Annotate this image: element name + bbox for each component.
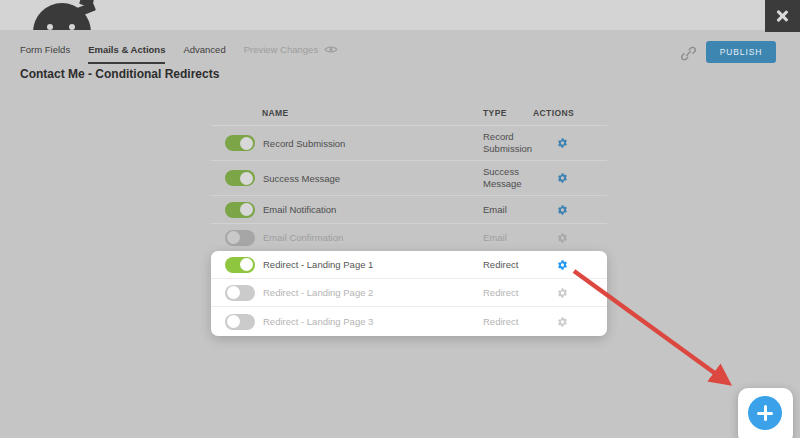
gear-icon: [557, 316, 568, 327]
gear-icon: [557, 138, 568, 149]
table-row-email-notification[interactable]: Email Notification Email: [211, 196, 607, 224]
toggle-knob: [227, 231, 240, 244]
gear-icon: [557, 204, 568, 215]
toggle-knob: [240, 258, 253, 271]
highlighted-panel: Redirect - Landing Page 1 Redirect Redir…: [211, 251, 607, 336]
toggle-success-message[interactable]: [225, 170, 255, 186]
toggle-redirect-landing-page-3[interactable]: [225, 314, 255, 330]
row-type: Record Submission: [483, 131, 541, 155]
tab-form-fields[interactable]: Form Fields: [20, 44, 70, 62]
settings-gear-button[interactable]: [551, 173, 573, 184]
table-row-record-submission[interactable]: Record Submission Record Submission: [211, 126, 607, 161]
logo-eye: [69, 24, 75, 30]
toggle-redirect-landing-page-2[interactable]: [225, 285, 255, 301]
row-type: Email: [483, 204, 541, 216]
toggle-knob: [240, 172, 253, 185]
column-header-actions: ACTIONS: [533, 108, 574, 118]
row-type: Success Message: [483, 166, 541, 190]
toggle-redirect-landing-page-1[interactable]: [225, 257, 255, 273]
tab-bar: Form Fields Emails & Actions Advanced Pr…: [20, 44, 338, 64]
row-name: Email Confirmation: [263, 232, 343, 243]
row-type: Email: [483, 232, 541, 244]
row-name: Success Message: [263, 173, 340, 184]
row-name: Redirect - Landing Page 3: [263, 316, 373, 327]
actions-table: NAME TYPE ACTIONS Record Submission Reco…: [211, 99, 607, 336]
toggle-knob: [227, 315, 240, 328]
logo-eye: [47, 24, 53, 30]
settings-gear-button[interactable]: [551, 287, 573, 298]
table-row-email-confirmation[interactable]: Email Confirmation Email: [211, 224, 607, 251]
toggle-knob: [227, 286, 240, 299]
toggle-knob: [240, 203, 253, 216]
toggle-record-submission[interactable]: [225, 135, 255, 151]
gear-icon: [557, 287, 568, 298]
settings-gear-button[interactable]: [551, 204, 573, 215]
link-icon[interactable]: [680, 45, 697, 62]
settings-gear-button[interactable]: [551, 316, 573, 327]
toggle-email-notification[interactable]: [225, 202, 255, 218]
page-title: Contact Me - Conditional Redirects: [20, 67, 219, 81]
table-row-redirect-landing-page-3[interactable]: Redirect - Landing Page 3 Redirect: [211, 307, 607, 336]
row-type: Redirect: [483, 287, 541, 299]
table-header: NAME TYPE ACTIONS: [211, 99, 607, 126]
gear-icon: [557, 173, 568, 184]
settings-gear-button[interactable]: [551, 232, 573, 243]
plus-icon: [748, 396, 782, 430]
add-action-button[interactable]: [738, 388, 793, 438]
settings-gear-button[interactable]: [551, 259, 573, 270]
tab-preview-changes[interactable]: Preview Changes: [244, 44, 338, 62]
table-row-success-message[interactable]: Success Message Success Message: [211, 161, 607, 196]
gear-icon: [557, 232, 568, 243]
tab-preview-changes-label: Preview Changes: [244, 44, 318, 55]
settings-gear-button[interactable]: [551, 138, 573, 149]
column-header-type: TYPE: [483, 108, 507, 118]
table-row-redirect-landing-page-1[interactable]: Redirect - Landing Page 1 Redirect: [211, 251, 607, 279]
table-row-redirect-landing-page-2[interactable]: Redirect - Landing Page 2 Redirect: [211, 279, 607, 307]
eye-icon: [324, 45, 338, 54]
row-type: Redirect: [483, 259, 541, 271]
row-name: Email Notification: [263, 204, 336, 215]
top-bar: [0, 0, 800, 30]
tab-emails-actions[interactable]: Emails & Actions: [88, 44, 165, 64]
toggle-email-confirmation[interactable]: [225, 230, 255, 246]
row-type: Redirect: [483, 316, 541, 328]
toggle-knob: [240, 137, 253, 150]
row-name: Redirect - Landing Page 1: [263, 259, 373, 270]
gear-icon: [557, 259, 568, 270]
publish-button[interactable]: PUBLISH: [706, 41, 776, 63]
row-name: Record Submission: [263, 138, 345, 149]
row-name: Redirect - Landing Page 2: [263, 287, 373, 298]
tab-advanced[interactable]: Advanced: [183, 44, 225, 62]
close-button[interactable]: [765, 0, 800, 32]
column-header-name: NAME: [262, 108, 289, 118]
